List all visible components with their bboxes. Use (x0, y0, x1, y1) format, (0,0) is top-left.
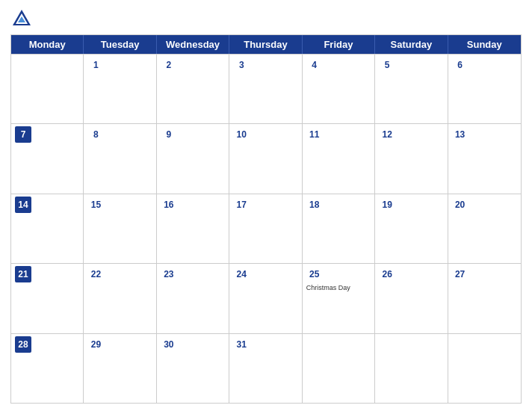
day-cell: 8 (84, 124, 156, 193)
day-number: 16 (161, 197, 177, 213)
day-cell: 22 (84, 264, 156, 333)
day-number: 29 (87, 336, 104, 353)
day-cell: 11 (303, 124, 375, 193)
day-cell: 14 (11, 194, 84, 263)
day-number: 21 (15, 266, 31, 282)
day-number: 1 (87, 57, 104, 73)
day-cell: 18 (303, 194, 375, 263)
day-cell: 23 (157, 264, 229, 333)
day-header-sunday: Sunday (448, 35, 521, 54)
day-number: 24 (233, 266, 250, 282)
week-row-4: 2122232425Christmas Day2627 (11, 263, 521, 333)
days-header: MondayTuesdayWednesdayThursdayFridaySatu… (11, 35, 521, 54)
day-cell: 20 (448, 194, 521, 263)
day-cell: 5 (375, 55, 448, 123)
day-number: 15 (87, 197, 104, 213)
day-cell: 2 (157, 55, 229, 123)
day-cell: 15 (84, 194, 156, 263)
day-header-monday: Monday (11, 35, 84, 54)
holiday-label: Christmas Day (306, 284, 371, 291)
week-row-1: 123456 (11, 54, 521, 123)
day-cell (303, 334, 375, 403)
day-number: 7 (15, 126, 31, 143)
day-cell (448, 334, 521, 403)
calendar-page: MondayTuesdayWednesdayThursdayFridaySatu… (0, 0, 532, 411)
day-number: 23 (161, 266, 177, 282)
day-number: 4 (306, 57, 323, 73)
day-number: 27 (452, 266, 468, 282)
logo-icon (10, 7, 33, 30)
day-header-thursday: Thursday (229, 35, 302, 54)
day-number: 6 (452, 57, 468, 73)
day-number: 26 (379, 266, 395, 282)
day-number: 11 (306, 126, 323, 143)
day-cell (11, 55, 84, 123)
header (10, 7, 522, 30)
day-cell: 25Christmas Day (303, 264, 375, 333)
day-number: 13 (452, 126, 468, 143)
day-number: 17 (233, 197, 250, 213)
day-number: 20 (452, 197, 468, 213)
day-cell: 6 (448, 55, 521, 123)
week-row-5: 28293031 (11, 333, 521, 403)
day-number: 31 (233, 336, 250, 353)
day-cell: 19 (375, 194, 448, 263)
week-row-3: 14151617181920 (11, 194, 521, 263)
day-cell: 4 (303, 55, 375, 123)
day-number: 28 (15, 336, 31, 353)
day-cell: 12 (375, 124, 448, 193)
day-cell: 31 (229, 334, 302, 403)
day-number: 19 (379, 197, 395, 213)
calendar: MondayTuesdayWednesdayThursdayFridaySatu… (10, 34, 522, 404)
day-cell: 9 (157, 124, 229, 193)
day-number: 14 (15, 197, 31, 213)
day-cell: 30 (157, 334, 229, 403)
day-number: 2 (161, 57, 177, 73)
day-number: 3 (233, 57, 250, 73)
day-number: 10 (233, 126, 250, 143)
day-cell: 24 (229, 264, 302, 333)
day-header-wednesday: Wednesday (157, 35, 229, 54)
day-number: 25 (306, 266, 323, 282)
day-cell: 17 (229, 194, 302, 263)
logo (10, 7, 36, 30)
day-cell: 10 (229, 124, 302, 193)
day-cell: 13 (448, 124, 521, 193)
day-cell: 21 (11, 264, 84, 333)
day-number: 5 (379, 57, 395, 73)
day-cell: 1 (84, 55, 156, 123)
day-number: 12 (379, 126, 395, 143)
day-cell: 7 (11, 124, 84, 193)
day-cell (375, 334, 448, 403)
day-number: 9 (161, 126, 177, 143)
day-cell: 26 (375, 264, 448, 333)
day-number: 22 (87, 266, 104, 282)
day-header-saturday: Saturday (375, 35, 448, 54)
day-number: 8 (87, 126, 104, 143)
day-cell: 27 (448, 264, 521, 333)
day-header-friday: Friday (303, 35, 375, 54)
day-cell: 3 (229, 55, 302, 123)
day-header-tuesday: Tuesday (84, 35, 156, 54)
day-cell: 28 (11, 334, 84, 403)
day-number: 18 (306, 197, 323, 213)
day-number: 30 (161, 336, 177, 353)
week-row-2: 78910111213 (11, 123, 521, 193)
day-cell: 16 (157, 194, 229, 263)
weeks: 1234567891011121314151617181920212223242… (11, 54, 521, 403)
day-cell: 29 (84, 334, 156, 403)
